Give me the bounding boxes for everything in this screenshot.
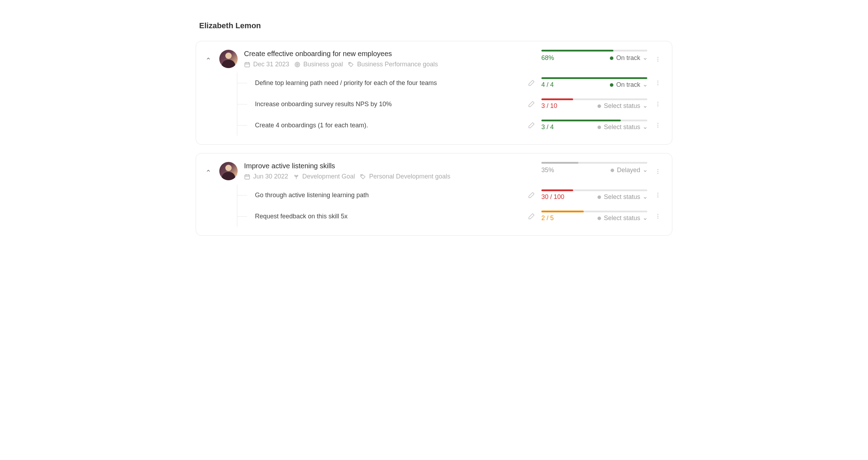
more-actions-button[interactable] xyxy=(654,213,662,219)
key-result-stats: 3 / 10 Select status xyxy=(541,98,647,110)
tree-connector xyxy=(237,125,247,126)
progress-value: 30 / 100 xyxy=(541,193,564,201)
goal-stats: 35% Delayed xyxy=(541,162,647,174)
svg-point-28 xyxy=(658,193,659,194)
chevron-down-icon xyxy=(643,216,647,220)
svg-point-17 xyxy=(658,123,659,124)
key-result-stats: 4 / 4 On track xyxy=(541,77,647,89)
svg-point-24 xyxy=(362,175,362,176)
svg-point-18 xyxy=(658,125,659,126)
goal-title: Improve active listening skills xyxy=(244,162,535,170)
key-result-title: Increase onboarding survey results NPS b… xyxy=(254,101,522,108)
progress-bar xyxy=(541,120,647,121)
goal-card: Create effective onboarding for new empl… xyxy=(196,41,672,145)
svg-point-25 xyxy=(658,169,659,170)
svg-point-32 xyxy=(658,216,659,217)
plant-icon xyxy=(293,174,299,180)
progress-value: 4 / 4 xyxy=(541,81,554,89)
more-actions-button[interactable] xyxy=(654,162,662,175)
calendar-icon xyxy=(244,174,250,180)
pencil-icon[interactable] xyxy=(528,101,535,108)
progress-value: 2 / 5 xyxy=(541,214,554,222)
pencil-icon[interactable] xyxy=(528,79,535,86)
more-actions-button[interactable] xyxy=(654,80,662,86)
status-selector[interactable]: Select status xyxy=(598,193,647,201)
svg-point-27 xyxy=(658,173,659,174)
goal-tag: Business Performance goals xyxy=(357,61,438,68)
pencil-icon[interactable] xyxy=(528,213,535,220)
key-result-title: Define top learning path need / priority… xyxy=(254,79,522,87)
key-result-stats: 30 / 100 Select status xyxy=(541,189,647,201)
progress-bar xyxy=(541,211,647,212)
pencil-icon[interactable] xyxy=(528,122,535,129)
collapse-toggle[interactable] xyxy=(206,56,211,61)
goal-meta: Jun 30 2022 Development Goal Personal De… xyxy=(244,173,535,180)
more-actions-button[interactable] xyxy=(654,101,662,107)
svg-point-12 xyxy=(658,83,659,84)
progress-bar xyxy=(541,50,647,52)
goal-date: Jun 30 2022 xyxy=(253,173,288,180)
goal-category: Business goal xyxy=(303,61,343,68)
more-actions-button[interactable] xyxy=(654,50,662,62)
dots-vertical-icon xyxy=(655,213,661,219)
calendar-icon xyxy=(244,61,250,68)
status-selector[interactable]: Select status xyxy=(598,123,647,131)
svg-point-11 xyxy=(658,80,659,81)
key-result-row: Increase onboarding survey results NPS b… xyxy=(237,93,662,115)
svg-point-10 xyxy=(658,61,659,62)
progress-fill xyxy=(541,211,584,212)
status-label: Delayed xyxy=(617,167,640,174)
progress-fill xyxy=(541,189,573,191)
goal-card: Improve active listening skills Jun 30 2… xyxy=(196,153,672,236)
dots-vertical-icon xyxy=(655,122,661,128)
progress-fill xyxy=(541,162,578,164)
svg-point-19 xyxy=(658,127,659,128)
status-selector[interactable]: On track xyxy=(610,81,647,89)
status-label: Select status xyxy=(604,102,640,110)
key-result-row: Request feedback on this skill 5x 2 / 5 … xyxy=(237,206,662,227)
tag-icon xyxy=(360,174,366,180)
tree-connector xyxy=(237,216,247,217)
status-label: On track xyxy=(616,81,640,89)
key-result-title: Request feedback on this skill 5x xyxy=(254,213,522,220)
status-selector[interactable]: Delayed xyxy=(611,167,647,174)
svg-point-13 xyxy=(658,84,659,85)
status-label: Select status xyxy=(604,214,640,222)
page-title: Elizabeth Lemon xyxy=(196,21,672,30)
progress-fill xyxy=(541,120,621,121)
svg-point-26 xyxy=(658,171,659,172)
pencil-icon[interactable] xyxy=(528,192,535,199)
avatar[interactable] xyxy=(219,162,238,180)
chevron-down-icon xyxy=(643,83,647,87)
progress-fill xyxy=(541,50,613,52)
progress-bar xyxy=(541,77,647,79)
target-icon xyxy=(294,61,301,68)
status-dot xyxy=(610,83,613,87)
avatar[interactable] xyxy=(219,50,238,68)
svg-point-33 xyxy=(658,218,659,219)
progress-value: 3 / 4 xyxy=(541,123,554,131)
tree-connector xyxy=(237,195,247,195)
goal-date: Dec 31 2023 xyxy=(253,61,289,68)
progress-value: 68% xyxy=(541,54,554,62)
collapse-toggle[interactable] xyxy=(206,168,211,173)
more-actions-button[interactable] xyxy=(654,122,662,128)
svg-point-9 xyxy=(658,59,659,60)
dots-vertical-icon xyxy=(655,101,661,107)
tree-connector xyxy=(237,83,247,83)
tree-connector xyxy=(237,104,247,104)
status-selector[interactable]: Select status xyxy=(598,214,647,222)
status-selector[interactable]: On track xyxy=(610,54,647,62)
progress-fill xyxy=(541,98,573,100)
svg-point-16 xyxy=(658,105,659,107)
status-selector[interactable]: Select status xyxy=(598,102,647,110)
goal-tag: Personal Development goals xyxy=(369,173,450,180)
svg-point-30 xyxy=(658,196,659,198)
progress-fill xyxy=(541,77,647,79)
key-result-title: Go through active listening learning pat… xyxy=(254,192,522,199)
status-label: Select status xyxy=(604,123,640,131)
goal-category: Development Goal xyxy=(302,173,355,180)
dots-vertical-icon xyxy=(655,168,661,175)
progress-bar xyxy=(541,162,647,164)
more-actions-button[interactable] xyxy=(654,192,662,198)
